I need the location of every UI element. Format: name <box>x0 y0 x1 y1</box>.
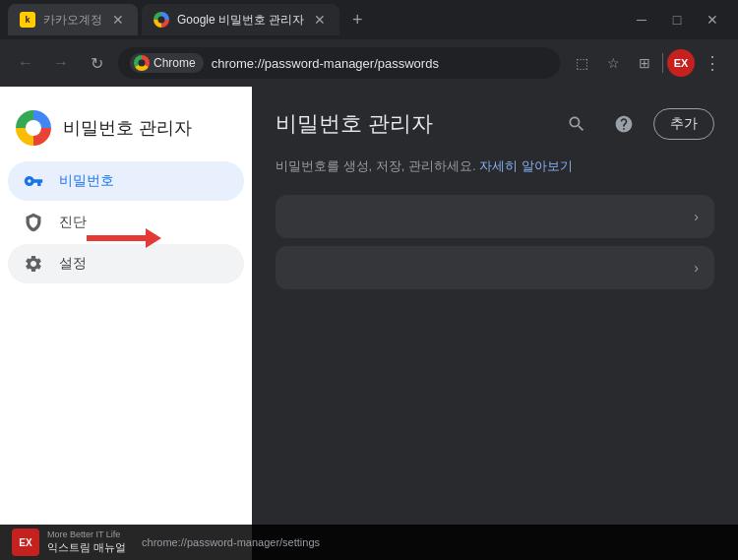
statusbar: EX More Better IT Life 익스트림 매뉴얼 chrome:/… <box>0 525 738 560</box>
divider <box>662 53 663 73</box>
extension-icon[interactable]: ⊞ <box>631 49 658 77</box>
address-actions: ⬚ ☆ ⊞ EX ⋮ <box>568 49 726 77</box>
menu-button[interactable]: ⋮ <box>699 49 726 77</box>
tab-kakao-close[interactable]: ✕ <box>110 12 126 28</box>
sidebar-item-checkup[interactable]: 진단 <box>8 203 244 242</box>
google-tab-icon <box>154 12 169 28</box>
statusbar-info: More Better IT Life 익스트림 매뉴얼 <box>47 529 126 555</box>
back-button[interactable]: ← <box>12 49 39 77</box>
tab-password-label: Google 비밀번호 관리자 <box>177 12 304 29</box>
minimize-button[interactable]: ─ <box>632 12 651 28</box>
search-button[interactable] <box>559 106 594 142</box>
statusbar-url: chrome://password-manager/settings <box>142 536 320 548</box>
sidebar-title: 비밀번호 관리자 <box>63 116 192 140</box>
ext-logo: EX <box>674 57 689 69</box>
address-box[interactable]: Chrome chrome://password-manager/passwor… <box>118 47 560 79</box>
tab-password-manager[interactable]: Google 비밀번호 관리자 ✕ <box>142 4 339 35</box>
chrome-label: Chrome <box>154 56 196 70</box>
chevron-right-icon-2: › <box>694 260 699 276</box>
google-password-logo <box>16 110 51 146</box>
learn-more-link[interactable]: 자세히 알아보기 <box>479 158 573 173</box>
sidebar-passwords-label: 비밀번호 <box>59 172 114 190</box>
refresh-button[interactable]: ↻ <box>83 49 110 77</box>
sidebar-item-settings[interactable]: 설정 <box>8 244 244 283</box>
page-description: 비밀번호를 생성, 저장, 관리하세요. 자세히 알아보기 <box>276 157 714 175</box>
chrome-badge: Chrome <box>130 53 204 73</box>
tab-password-close[interactable]: ✕ <box>312 12 328 28</box>
shield-icon <box>24 213 43 232</box>
statusbar-tagline: More Better IT Life <box>47 529 126 540</box>
sidebar: 비밀번호 관리자 비밀번호 <box>0 87 252 560</box>
sidebar-checkup-label: 진단 <box>59 214 87 231</box>
url-text: chrome://password-manager/passwords <box>212 56 548 71</box>
bookmark-icon[interactable]: ☆ <box>599 49 627 77</box>
page-header: 비밀번호 관리자 추가 <box>276 106 714 142</box>
gear-icon <box>24 254 43 274</box>
header-actions: 추가 <box>559 106 714 142</box>
key-icon <box>24 171 43 191</box>
help-button[interactable] <box>606 106 642 142</box>
page-title: 비밀번호 관리자 <box>276 109 433 139</box>
sidebar-item-passwords[interactable]: 비밀번호 <box>8 161 244 201</box>
sidebar-header: 비밀번호 관리자 <box>0 102 252 161</box>
chrome-logo-icon <box>134 55 150 71</box>
kakao-icon: k <box>20 12 35 28</box>
external-extension-icon[interactable]: EX <box>667 49 695 77</box>
maximize-button[interactable]: □ <box>667 12 687 28</box>
close-button[interactable]: ✕ <box>703 12 722 28</box>
statusbar-name: 익스트림 매뉴얼 <box>47 540 126 555</box>
addressbar: ← → ↻ Chrome chrome://password-manager/p… <box>0 39 738 87</box>
tab-kakao[interactable]: k 카카오계정 ✕ <box>8 4 138 35</box>
description-text: 비밀번호를 생성, 저장, 관리하세요. <box>276 158 476 173</box>
tab-kakao-label: 카카오계정 <box>43 12 102 29</box>
new-tab-button[interactable]: + <box>343 6 371 33</box>
main-content: 비밀번호 관리자 비밀번호 <box>0 87 738 560</box>
chevron-right-icon-1: › <box>694 209 699 224</box>
forward-button[interactable]: → <box>47 49 75 77</box>
titlebar: k 카카오계정 ✕ Google 비밀번호 관리자 ✕ + ─ □ ✕ <box>0 0 738 39</box>
window-controls: ─ □ ✕ <box>632 12 730 28</box>
add-button[interactable]: 추가 <box>653 108 714 140</box>
card-1[interactable]: › <box>276 195 714 238</box>
page-area: 비밀번호 관리자 추가 비밀번호를 생성, 저 <box>252 87 738 560</box>
card-2[interactable]: › <box>276 246 714 289</box>
sidebar-settings-label: 설정 <box>59 255 87 273</box>
sidebar-navigation: 비밀번호 진단 <box>0 161 252 283</box>
cast-icon[interactable]: ⬚ <box>568 49 595 77</box>
statusbar-logo: EX <box>12 529 39 556</box>
statusbar-logo-text: EX <box>19 537 31 548</box>
